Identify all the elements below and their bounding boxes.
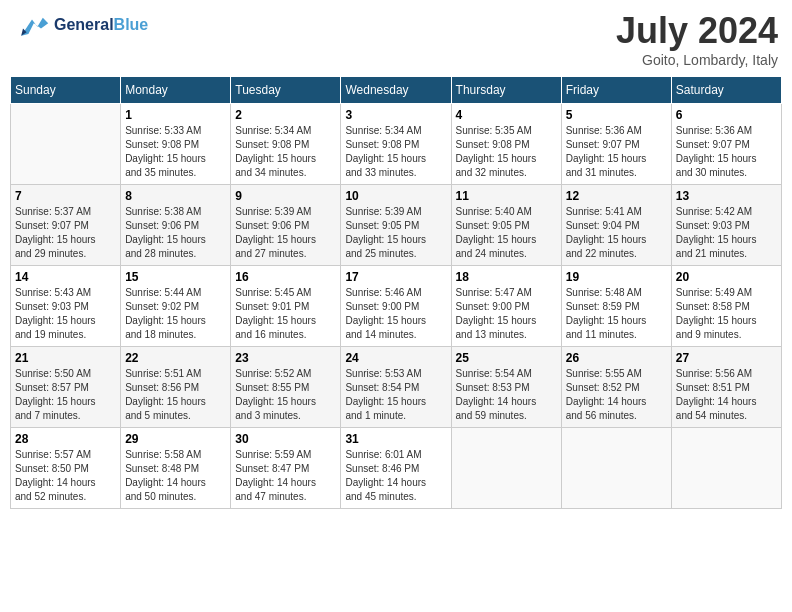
header-row: SundayMondayTuesdayWednesdayThursdayFrid…: [11, 77, 782, 104]
calendar-cell: 10Sunrise: 5:39 AM Sunset: 9:05 PM Dayli…: [341, 185, 451, 266]
calendar-cell: 11Sunrise: 5:40 AM Sunset: 9:05 PM Dayli…: [451, 185, 561, 266]
calendar-cell: 23Sunrise: 5:52 AM Sunset: 8:55 PM Dayli…: [231, 347, 341, 428]
day-info: Sunrise: 5:37 AM Sunset: 9:07 PM Dayligh…: [15, 205, 116, 261]
calendar-cell: [671, 428, 781, 509]
calendar-cell: 24Sunrise: 5:53 AM Sunset: 8:54 PM Dayli…: [341, 347, 451, 428]
day-number: 31: [345, 432, 446, 446]
calendar-cell: 22Sunrise: 5:51 AM Sunset: 8:56 PM Dayli…: [121, 347, 231, 428]
day-number: 7: [15, 189, 116, 203]
day-number: 11: [456, 189, 557, 203]
day-number: 13: [676, 189, 777, 203]
day-number: 4: [456, 108, 557, 122]
day-number: 14: [15, 270, 116, 284]
day-number: 5: [566, 108, 667, 122]
day-info: Sunrise: 5:52 AM Sunset: 8:55 PM Dayligh…: [235, 367, 336, 423]
calendar-cell: 30Sunrise: 5:59 AM Sunset: 8:47 PM Dayli…: [231, 428, 341, 509]
day-info: Sunrise: 6:01 AM Sunset: 8:46 PM Dayligh…: [345, 448, 446, 504]
day-info: Sunrise: 5:41 AM Sunset: 9:04 PM Dayligh…: [566, 205, 667, 261]
day-number: 12: [566, 189, 667, 203]
day-number: 3: [345, 108, 446, 122]
calendar-cell: 6Sunrise: 5:36 AM Sunset: 9:07 PM Daylig…: [671, 104, 781, 185]
calendar-cell: 26Sunrise: 5:55 AM Sunset: 8:52 PM Dayli…: [561, 347, 671, 428]
calendar-cell: 31Sunrise: 6:01 AM Sunset: 8:46 PM Dayli…: [341, 428, 451, 509]
calendar-cell: 1Sunrise: 5:33 AM Sunset: 9:08 PM Daylig…: [121, 104, 231, 185]
week-row-2: 7Sunrise: 5:37 AM Sunset: 9:07 PM Daylig…: [11, 185, 782, 266]
day-number: 15: [125, 270, 226, 284]
day-info: Sunrise: 5:43 AM Sunset: 9:03 PM Dayligh…: [15, 286, 116, 342]
day-info: Sunrise: 5:56 AM Sunset: 8:51 PM Dayligh…: [676, 367, 777, 423]
logo: GeneralBlue: [14, 10, 148, 40]
week-row-5: 28Sunrise: 5:57 AM Sunset: 8:50 PM Dayli…: [11, 428, 782, 509]
calendar-subtitle: Goito, Lombardy, Italy: [616, 52, 778, 68]
column-header-tuesday: Tuesday: [231, 77, 341, 104]
day-info: Sunrise: 5:36 AM Sunset: 9:07 PM Dayligh…: [566, 124, 667, 180]
day-number: 1: [125, 108, 226, 122]
day-info: Sunrise: 5:39 AM Sunset: 9:06 PM Dayligh…: [235, 205, 336, 261]
day-info: Sunrise: 5:51 AM Sunset: 8:56 PM Dayligh…: [125, 367, 226, 423]
day-info: Sunrise: 5:34 AM Sunset: 9:08 PM Dayligh…: [235, 124, 336, 180]
calendar-cell: 3Sunrise: 5:34 AM Sunset: 9:08 PM Daylig…: [341, 104, 451, 185]
day-number: 19: [566, 270, 667, 284]
day-info: Sunrise: 5:35 AM Sunset: 9:08 PM Dayligh…: [456, 124, 557, 180]
day-info: Sunrise: 5:58 AM Sunset: 8:48 PM Dayligh…: [125, 448, 226, 504]
day-number: 25: [456, 351, 557, 365]
calendar-cell: 12Sunrise: 5:41 AM Sunset: 9:04 PM Dayli…: [561, 185, 671, 266]
calendar-cell: 13Sunrise: 5:42 AM Sunset: 9:03 PM Dayli…: [671, 185, 781, 266]
page-header: GeneralBlue July 2024 Goito, Lombardy, I…: [10, 10, 782, 68]
calendar-table: SundayMondayTuesdayWednesdayThursdayFrid…: [10, 76, 782, 509]
day-number: 22: [125, 351, 226, 365]
day-info: Sunrise: 5:50 AM Sunset: 8:57 PM Dayligh…: [15, 367, 116, 423]
day-number: 20: [676, 270, 777, 284]
day-info: Sunrise: 5:53 AM Sunset: 8:54 PM Dayligh…: [345, 367, 446, 423]
day-number: 24: [345, 351, 446, 365]
day-number: 27: [676, 351, 777, 365]
day-number: 6: [676, 108, 777, 122]
day-info: Sunrise: 5:36 AM Sunset: 9:07 PM Dayligh…: [676, 124, 777, 180]
day-number: 17: [345, 270, 446, 284]
calendar-cell: 20Sunrise: 5:49 AM Sunset: 8:58 PM Dayli…: [671, 266, 781, 347]
day-number: 10: [345, 189, 446, 203]
day-number: 29: [125, 432, 226, 446]
calendar-cell: 16Sunrise: 5:45 AM Sunset: 9:01 PM Dayli…: [231, 266, 341, 347]
calendar-cell: 7Sunrise: 5:37 AM Sunset: 9:07 PM Daylig…: [11, 185, 121, 266]
day-number: 8: [125, 189, 226, 203]
calendar-cell: 25Sunrise: 5:54 AM Sunset: 8:53 PM Dayli…: [451, 347, 561, 428]
day-info: Sunrise: 5:42 AM Sunset: 9:03 PM Dayligh…: [676, 205, 777, 261]
day-number: 9: [235, 189, 336, 203]
week-row-4: 21Sunrise: 5:50 AM Sunset: 8:57 PM Dayli…: [11, 347, 782, 428]
day-info: Sunrise: 5:34 AM Sunset: 9:08 PM Dayligh…: [345, 124, 446, 180]
calendar-cell: 14Sunrise: 5:43 AM Sunset: 9:03 PM Dayli…: [11, 266, 121, 347]
calendar-cell: 8Sunrise: 5:38 AM Sunset: 9:06 PM Daylig…: [121, 185, 231, 266]
day-info: Sunrise: 5:46 AM Sunset: 9:00 PM Dayligh…: [345, 286, 446, 342]
day-info: Sunrise: 5:54 AM Sunset: 8:53 PM Dayligh…: [456, 367, 557, 423]
column-header-monday: Monday: [121, 77, 231, 104]
column-header-thursday: Thursday: [451, 77, 561, 104]
day-number: 18: [456, 270, 557, 284]
column-header-wednesday: Wednesday: [341, 77, 451, 104]
day-number: 30: [235, 432, 336, 446]
week-row-1: 1Sunrise: 5:33 AM Sunset: 9:08 PM Daylig…: [11, 104, 782, 185]
calendar-cell: 21Sunrise: 5:50 AM Sunset: 8:57 PM Dayli…: [11, 347, 121, 428]
day-info: Sunrise: 5:38 AM Sunset: 9:06 PM Dayligh…: [125, 205, 226, 261]
day-info: Sunrise: 5:49 AM Sunset: 8:58 PM Dayligh…: [676, 286, 777, 342]
day-number: 21: [15, 351, 116, 365]
day-info: Sunrise: 5:44 AM Sunset: 9:02 PM Dayligh…: [125, 286, 226, 342]
day-info: Sunrise: 5:40 AM Sunset: 9:05 PM Dayligh…: [456, 205, 557, 261]
logo-icon: [14, 10, 50, 40]
calendar-cell: 19Sunrise: 5:48 AM Sunset: 8:59 PM Dayli…: [561, 266, 671, 347]
week-row-3: 14Sunrise: 5:43 AM Sunset: 9:03 PM Dayli…: [11, 266, 782, 347]
calendar-cell: 5Sunrise: 5:36 AM Sunset: 9:07 PM Daylig…: [561, 104, 671, 185]
day-info: Sunrise: 5:57 AM Sunset: 8:50 PM Dayligh…: [15, 448, 116, 504]
day-info: Sunrise: 5:55 AM Sunset: 8:52 PM Dayligh…: [566, 367, 667, 423]
logo-text: GeneralBlue: [54, 16, 148, 34]
title-area: July 2024 Goito, Lombardy, Italy: [616, 10, 778, 68]
calendar-cell: 2Sunrise: 5:34 AM Sunset: 9:08 PM Daylig…: [231, 104, 341, 185]
calendar-cell: 17Sunrise: 5:46 AM Sunset: 9:00 PM Dayli…: [341, 266, 451, 347]
calendar-cell: 4Sunrise: 5:35 AM Sunset: 9:08 PM Daylig…: [451, 104, 561, 185]
calendar-cell: [561, 428, 671, 509]
calendar-cell: 18Sunrise: 5:47 AM Sunset: 9:00 PM Dayli…: [451, 266, 561, 347]
day-info: Sunrise: 5:39 AM Sunset: 9:05 PM Dayligh…: [345, 205, 446, 261]
calendar-title: July 2024: [616, 10, 778, 52]
calendar-cell: 28Sunrise: 5:57 AM Sunset: 8:50 PM Dayli…: [11, 428, 121, 509]
column-header-friday: Friday: [561, 77, 671, 104]
